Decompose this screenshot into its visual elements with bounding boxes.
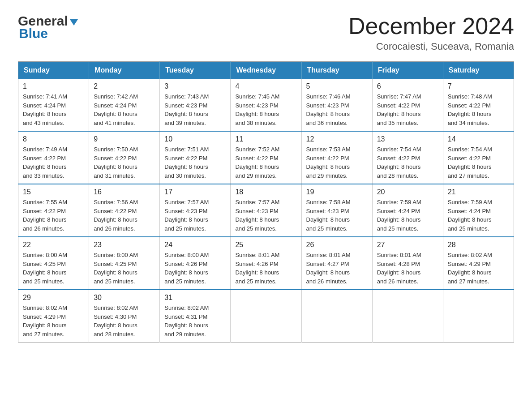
day-number: 19 (306, 188, 368, 196)
days-header-row: SundayMondayTuesdayWednesdayThursdayFrid… (18, 62, 514, 79)
day-info: Sunrise: 7:54 AMSunset: 4:22 PMDaylight:… (448, 146, 492, 179)
calendar-cell: 6 Sunrise: 7:47 AMSunset: 4:22 PMDayligh… (372, 79, 443, 131)
day-number: 18 (235, 188, 296, 196)
calendar-cell: 8 Sunrise: 7:49 AMSunset: 4:22 PMDayligh… (18, 131, 89, 184)
day-number: 1 (23, 82, 84, 90)
calendar-cell: 30 Sunrise: 8:02 AMSunset: 4:30 PMDaylig… (89, 290, 160, 342)
day-info: Sunrise: 7:46 AMSunset: 4:23 PMDaylight:… (306, 93, 351, 126)
calendar-cell (301, 290, 372, 342)
calendar-cell: 12 Sunrise: 7:53 AMSunset: 4:22 PMDaylig… (301, 131, 372, 184)
day-info: Sunrise: 8:02 AMSunset: 4:30 PMDaylight:… (94, 304, 138, 338)
logo-triangle-icon (69, 17, 79, 26)
calendar-cell: 7 Sunrise: 7:48 AMSunset: 4:22 PMDayligh… (443, 79, 514, 131)
day-info: Sunrise: 7:54 AMSunset: 4:22 PMDaylight:… (377, 146, 421, 179)
location-title: Corocaiesti, Suceava, Romania (348, 41, 514, 52)
calendar-cell: 14 Sunrise: 7:54 AMSunset: 4:22 PMDaylig… (443, 131, 514, 184)
calendar-cell: 11 Sunrise: 7:52 AMSunset: 4:22 PMDaylig… (231, 131, 301, 184)
day-number: 21 (448, 188, 509, 196)
day-info: Sunrise: 7:55 AMSunset: 4:22 PMDaylight:… (23, 199, 67, 232)
calendar-cell: 21 Sunrise: 7:59 AMSunset: 4:24 PMDaylig… (443, 184, 514, 237)
calendar-cell: 18 Sunrise: 7:57 AMSunset: 4:23 PMDaylig… (231, 184, 301, 237)
week-row-2: 8 Sunrise: 7:49 AMSunset: 4:22 PMDayligh… (18, 131, 514, 184)
calendar-cell: 22 Sunrise: 8:00 AMSunset: 4:25 PMDaylig… (18, 237, 89, 290)
calendar-cell: 25 Sunrise: 8:01 AMSunset: 4:26 PMDaylig… (231, 237, 301, 290)
calendar-cell: 23 Sunrise: 8:00 AMSunset: 4:25 PMDaylig… (89, 237, 160, 290)
calendar-cell: 31 Sunrise: 8:02 AMSunset: 4:31 PMDaylig… (160, 290, 231, 342)
day-number: 26 (306, 241, 368, 249)
day-info: Sunrise: 8:02 AMSunset: 4:29 PMDaylight:… (23, 304, 67, 338)
day-number: 17 (164, 188, 226, 196)
calendar-cell: 15 Sunrise: 7:55 AMSunset: 4:22 PMDaylig… (18, 184, 89, 237)
day-number: 12 (306, 135, 368, 143)
day-info: Sunrise: 7:52 AMSunset: 4:22 PMDaylight:… (235, 146, 279, 179)
day-number: 14 (448, 135, 509, 143)
calendar-cell: 16 Sunrise: 7:56 AMSunset: 4:22 PMDaylig… (89, 184, 160, 237)
calendar-cell: 3 Sunrise: 7:43 AMSunset: 4:23 PMDayligh… (160, 79, 231, 131)
calendar-cell: 4 Sunrise: 7:45 AMSunset: 4:23 PMDayligh… (231, 79, 301, 131)
day-info: Sunrise: 7:49 AMSunset: 4:22 PMDaylight:… (23, 146, 67, 179)
day-info: Sunrise: 8:01 AMSunset: 4:26 PMDaylight:… (235, 252, 279, 285)
day-number: 15 (23, 188, 84, 196)
day-number: 2 (94, 82, 155, 90)
day-info: Sunrise: 7:48 AMSunset: 4:22 PMDaylight:… (448, 93, 492, 126)
day-number: 31 (164, 294, 226, 302)
calendar-cell: 9 Sunrise: 7:50 AMSunset: 4:22 PMDayligh… (89, 131, 160, 184)
calendar-cell (231, 290, 301, 342)
day-info: Sunrise: 8:02 AMSunset: 4:31 PMDaylight:… (164, 304, 209, 338)
day-header-friday: Friday (372, 62, 443, 79)
day-info: Sunrise: 7:47 AMSunset: 4:22 PMDaylight:… (377, 93, 421, 126)
day-info: Sunrise: 7:50 AMSunset: 4:22 PMDaylight:… (94, 146, 138, 179)
calendar-cell: 17 Sunrise: 7:57 AMSunset: 4:23 PMDaylig… (160, 184, 231, 237)
day-info: Sunrise: 8:01 AMSunset: 4:27 PMDaylight:… (306, 252, 351, 285)
day-info: Sunrise: 7:53 AMSunset: 4:22 PMDaylight:… (306, 146, 351, 179)
week-row-3: 15 Sunrise: 7:55 AMSunset: 4:22 PMDaylig… (18, 184, 514, 237)
day-info: Sunrise: 7:42 AMSunset: 4:24 PMDaylight:… (94, 93, 138, 126)
day-info: Sunrise: 8:01 AMSunset: 4:28 PMDaylight:… (377, 252, 421, 285)
day-info: Sunrise: 7:51 AMSunset: 4:22 PMDaylight:… (164, 146, 209, 179)
week-row-4: 22 Sunrise: 8:00 AMSunset: 4:25 PMDaylig… (18, 237, 514, 290)
day-number: 3 (164, 82, 226, 90)
day-info: Sunrise: 7:57 AMSunset: 4:23 PMDaylight:… (235, 199, 279, 232)
calendar-cell: 26 Sunrise: 8:01 AMSunset: 4:27 PMDaylig… (301, 237, 372, 290)
calendar-cell: 24 Sunrise: 8:00 AMSunset: 4:26 PMDaylig… (160, 237, 231, 290)
day-number: 29 (23, 294, 84, 302)
day-number: 13 (377, 135, 438, 143)
day-number: 30 (94, 294, 155, 302)
day-info: Sunrise: 7:56 AMSunset: 4:22 PMDaylight:… (94, 199, 138, 232)
title-section: December 2024 Corocaiesti, Suceava, Roma… (348, 13, 514, 52)
day-number: 16 (94, 188, 155, 196)
calendar-cell: 10 Sunrise: 7:51 AMSunset: 4:22 PMDaylig… (160, 131, 231, 184)
calendar-cell: 29 Sunrise: 8:02 AMSunset: 4:29 PMDaylig… (18, 290, 89, 342)
month-title: December 2024 (348, 13, 514, 39)
day-info: Sunrise: 7:45 AMSunset: 4:23 PMDaylight:… (235, 93, 279, 126)
day-info: Sunrise: 7:59 AMSunset: 4:24 PMDaylight:… (377, 199, 421, 232)
day-info: Sunrise: 7:58 AMSunset: 4:23 PMDaylight:… (306, 199, 351, 232)
day-number: 23 (94, 241, 155, 249)
logo: General Blue (18, 13, 79, 41)
day-header-monday: Monday (89, 62, 160, 79)
day-header-tuesday: Tuesday (160, 62, 231, 79)
day-info: Sunrise: 7:41 AMSunset: 4:24 PMDaylight:… (23, 93, 67, 126)
day-number: 6 (377, 82, 438, 90)
day-info: Sunrise: 7:57 AMSunset: 4:23 PMDaylight:… (164, 199, 209, 232)
day-number: 20 (377, 188, 438, 196)
day-info: Sunrise: 8:02 AMSunset: 4:29 PMDaylight:… (448, 252, 492, 285)
day-number: 5 (306, 82, 368, 90)
day-header-saturday: Saturday (443, 62, 514, 79)
day-number: 24 (164, 241, 226, 249)
day-info: Sunrise: 7:43 AMSunset: 4:23 PMDaylight:… (164, 93, 209, 126)
day-number: 8 (23, 135, 84, 143)
calendar-cell (372, 290, 443, 342)
day-number: 7 (448, 82, 509, 90)
calendar-cell: 27 Sunrise: 8:01 AMSunset: 4:28 PMDaylig… (372, 237, 443, 290)
day-number: 11 (235, 135, 296, 143)
page-header: General Blue December 2024 Corocaiesti, … (18, 13, 514, 52)
calendar-table: SundayMondayTuesdayWednesdayThursdayFrid… (18, 61, 514, 342)
day-number: 9 (94, 135, 155, 143)
day-number: 4 (235, 82, 296, 90)
day-info: Sunrise: 8:00 AMSunset: 4:26 PMDaylight:… (164, 252, 209, 285)
day-number: 27 (377, 241, 438, 249)
logo-blue-text: Blue (18, 26, 48, 41)
day-header-thursday: Thursday (301, 62, 372, 79)
calendar-cell: 20 Sunrise: 7:59 AMSunset: 4:24 PMDaylig… (372, 184, 443, 237)
